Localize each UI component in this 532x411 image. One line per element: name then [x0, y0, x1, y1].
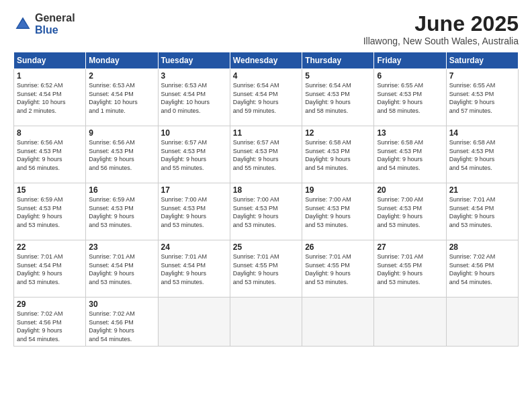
table-row: 17Sunrise: 7:00 AM Sunset: 4:53 PM Dayli…: [158, 183, 230, 240]
header: General Blue June 2025 Illawong, New Sou…: [13, 12, 519, 46]
table-row: 7Sunrise: 6:55 AM Sunset: 4:53 PM Daylig…: [446, 69, 518, 126]
table-row: [302, 298, 374, 346]
title-area: June 2025 Illawong, New South Wales, Aus…: [363, 12, 519, 46]
day-info: Sunrise: 7:01 AM Sunset: 4:55 PM Dayligh…: [377, 253, 443, 286]
table-row: 20Sunrise: 7:00 AM Sunset: 4:53 PM Dayli…: [374, 183, 446, 240]
day-number: 4: [233, 71, 299, 81]
table-row: 3Sunrise: 6:53 AM Sunset: 4:54 PM Daylig…: [158, 69, 230, 126]
table-row: 22Sunrise: 7:01 AM Sunset: 4:54 PM Dayli…: [14, 240, 86, 298]
day-number: 12: [305, 128, 371, 138]
day-info: Sunrise: 6:59 AM Sunset: 4:53 PM Dayligh…: [89, 195, 154, 229]
day-number: 6: [377, 71, 443, 81]
table-row: 8Sunrise: 6:56 AM Sunset: 4:53 PM Daylig…: [14, 126, 86, 183]
table-row: 19Sunrise: 7:00 AM Sunset: 4:53 PM Dayli…: [302, 183, 374, 240]
table-row: 6Sunrise: 6:55 AM Sunset: 4:53 PM Daylig…: [374, 69, 446, 126]
table-row: 24Sunrise: 7:01 AM Sunset: 4:54 PM Dayli…: [158, 240, 230, 298]
logo-icon: [13, 15, 32, 34]
table-row: 25Sunrise: 7:01 AM Sunset: 4:55 PM Dayli…: [230, 240, 302, 298]
day-number: 30: [89, 300, 154, 309]
day-number: 15: [17, 185, 83, 195]
day-info: Sunrise: 7:01 AM Sunset: 4:55 PM Dayligh…: [305, 253, 371, 286]
table-row: 26Sunrise: 7:01 AM Sunset: 4:55 PM Dayli…: [302, 240, 374, 298]
logo-blue: Blue: [35, 24, 75, 36]
day-info: Sunrise: 6:56 AM Sunset: 4:53 PM Dayligh…: [17, 138, 83, 172]
day-info: Sunrise: 7:01 AM Sunset: 4:54 PM Dayligh…: [449, 195, 515, 229]
table-row: 15Sunrise: 6:59 AM Sunset: 4:53 PM Dayli…: [14, 183, 86, 240]
day-info: Sunrise: 6:54 AM Sunset: 4:53 PM Dayligh…: [305, 81, 371, 115]
table-row: 1Sunrise: 6:52 AM Sunset: 4:54 PM Daylig…: [14, 69, 86, 126]
table-row: [230, 298, 302, 346]
day-info: Sunrise: 6:58 AM Sunset: 4:53 PM Dayligh…: [305, 138, 371, 172]
day-number: 2: [89, 71, 154, 81]
day-number: 21: [449, 185, 515, 195]
logo-general: General: [35, 12, 75, 24]
day-number: 28: [449, 242, 515, 252]
table-row: 14Sunrise: 6:58 AM Sunset: 4:53 PM Dayli…: [446, 126, 518, 183]
location-subtitle: Illawong, New South Wales, Australia: [363, 36, 519, 46]
calendar-table: Sunday Monday Tuesday Wednesday Thursday…: [13, 52, 519, 346]
day-number: 9: [89, 128, 154, 138]
table-row: 12Sunrise: 6:58 AM Sunset: 4:53 PM Dayli…: [302, 126, 374, 183]
day-number: 23: [89, 242, 154, 252]
table-row: 28Sunrise: 7:02 AM Sunset: 4:56 PM Dayli…: [446, 240, 518, 298]
col-wednesday: Wednesday: [230, 52, 302, 69]
table-row: 9Sunrise: 6:56 AM Sunset: 4:53 PM Daylig…: [86, 126, 158, 183]
day-info: Sunrise: 7:00 AM Sunset: 4:53 PM Dayligh…: [377, 195, 443, 229]
day-number: 24: [161, 242, 227, 252]
day-number: 8: [17, 128, 83, 138]
header-row: Sunday Monday Tuesday Wednesday Thursday…: [14, 52, 519, 69]
day-info: Sunrise: 6:55 AM Sunset: 4:53 PM Dayligh…: [377, 81, 443, 115]
day-number: 1: [17, 71, 83, 81]
table-row: 16Sunrise: 6:59 AM Sunset: 4:53 PM Dayli…: [86, 183, 158, 240]
table-row: 18Sunrise: 7:00 AM Sunset: 4:53 PM Dayli…: [230, 183, 302, 240]
col-saturday: Saturday: [446, 52, 518, 69]
day-number: 10: [161, 128, 227, 138]
table-row: [446, 298, 518, 346]
day-number: 26: [305, 242, 371, 252]
day-info: Sunrise: 7:02 AM Sunset: 4:56 PM Dayligh…: [17, 310, 83, 343]
table-row: 29Sunrise: 7:02 AM Sunset: 4:56 PM Dayli…: [14, 298, 86, 346]
day-number: 27: [377, 242, 443, 252]
table-row: [374, 298, 446, 346]
day-info: Sunrise: 7:01 AM Sunset: 4:54 PM Dayligh…: [161, 253, 227, 286]
day-number: 20: [377, 185, 443, 195]
table-row: 30Sunrise: 7:02 AM Sunset: 4:56 PM Dayli…: [86, 298, 158, 346]
col-sunday: Sunday: [14, 52, 86, 69]
day-number: 5: [305, 71, 371, 81]
day-info: Sunrise: 6:53 AM Sunset: 4:54 PM Dayligh…: [89, 81, 154, 115]
day-number: 18: [233, 185, 299, 195]
day-info: Sunrise: 7:01 AM Sunset: 4:54 PM Dayligh…: [17, 253, 83, 286]
day-info: Sunrise: 7:00 AM Sunset: 4:53 PM Dayligh…: [233, 195, 299, 229]
day-number: 19: [305, 185, 371, 195]
table-row: 11Sunrise: 6:57 AM Sunset: 4:53 PM Dayli…: [230, 126, 302, 183]
day-info: Sunrise: 7:00 AM Sunset: 4:53 PM Dayligh…: [305, 195, 371, 229]
logo-text: General Blue: [35, 12, 75, 36]
day-number: 7: [449, 71, 515, 81]
day-info: Sunrise: 7:01 AM Sunset: 4:55 PM Dayligh…: [233, 253, 299, 286]
day-info: Sunrise: 7:02 AM Sunset: 4:56 PM Dayligh…: [89, 310, 154, 343]
calendar-page: General Blue June 2025 Illawong, New Sou…: [0, 0, 532, 411]
day-info: Sunrise: 7:02 AM Sunset: 4:56 PM Dayligh…: [449, 253, 515, 286]
day-number: 17: [161, 185, 227, 195]
month-title: June 2025: [363, 12, 519, 36]
day-info: Sunrise: 7:01 AM Sunset: 4:54 PM Dayligh…: [89, 253, 154, 286]
col-tuesday: Tuesday: [158, 52, 230, 69]
day-number: 22: [17, 242, 83, 252]
day-number: 16: [89, 185, 154, 195]
day-info: Sunrise: 6:58 AM Sunset: 4:53 PM Dayligh…: [449, 138, 515, 172]
day-number: 11: [233, 128, 299, 138]
day-info: Sunrise: 6:52 AM Sunset: 4:54 PM Dayligh…: [17, 81, 83, 115]
day-number: 25: [233, 242, 299, 252]
day-info: Sunrise: 6:57 AM Sunset: 4:53 PM Dayligh…: [233, 138, 299, 172]
table-row: 2Sunrise: 6:53 AM Sunset: 4:54 PM Daylig…: [86, 69, 158, 126]
day-info: Sunrise: 6:56 AM Sunset: 4:53 PM Dayligh…: [89, 138, 154, 172]
col-thursday: Thursday: [302, 52, 374, 69]
day-info: Sunrise: 6:58 AM Sunset: 4:53 PM Dayligh…: [377, 138, 443, 172]
table-row: [158, 298, 230, 346]
table-row: 5Sunrise: 6:54 AM Sunset: 4:53 PM Daylig…: [302, 69, 374, 126]
table-row: 13Sunrise: 6:58 AM Sunset: 4:53 PM Dayli…: [374, 126, 446, 183]
day-number: 29: [17, 300, 83, 309]
col-monday: Monday: [86, 52, 158, 69]
logo-area: General Blue: [13, 12, 75, 36]
col-friday: Friday: [374, 52, 446, 69]
